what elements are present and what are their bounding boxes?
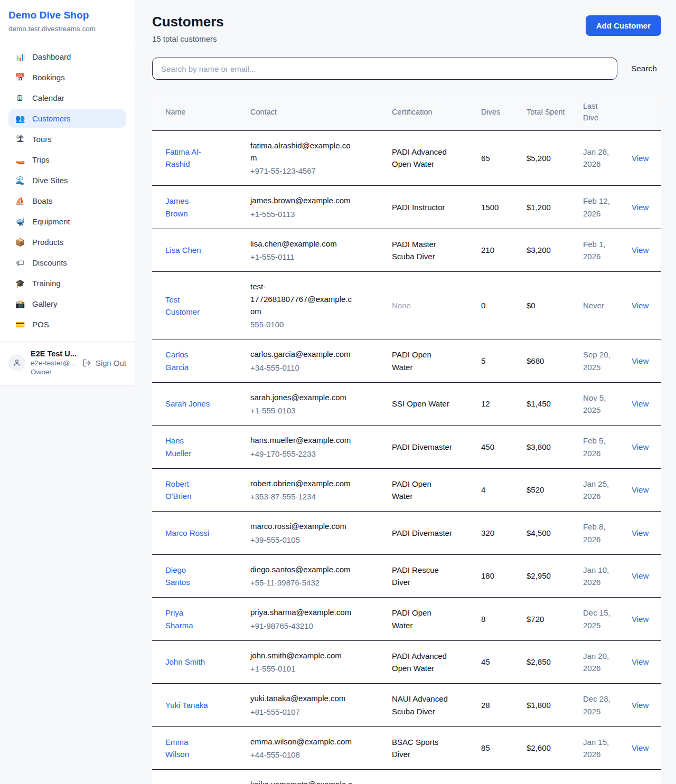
main-content: Customers 15 total customers Add Custome… (135, 0, 676, 784)
view-link[interactable]: View (632, 245, 649, 254)
view-link[interactable]: View (632, 399, 649, 408)
view-link[interactable]: View (632, 301, 649, 310)
table-row: Fatima Al-Rashid fatima.alrashid@example… (152, 130, 661, 186)
customer-email: fatima.alrashid@example.com (250, 139, 356, 164)
avatar (8, 354, 25, 371)
view-link[interactable]: View (632, 442, 649, 451)
customer-name-link[interactable]: James Brown (165, 195, 211, 220)
dive-sites-icon: 🌊 (15, 176, 25, 184)
customer-email: keiko.yamamoto@example.com (250, 778, 356, 784)
customer-total-spent: $2,950 (518, 554, 575, 598)
view-link[interactable]: View (632, 701, 649, 710)
sidebar-item-pos[interactable]: 💳 POS (8, 315, 126, 334)
customer-total-spent: $720 (518, 598, 575, 641)
customers-icon: 👥 (15, 115, 25, 122)
customer-email: james.brown@example.com (250, 194, 356, 206)
sidebar-item-trips[interactable]: 🚤 Trips (8, 150, 126, 169)
customer-email: test-1772681807767@example.com (250, 280, 356, 317)
customer-name-link[interactable]: Hans Mueller (165, 434, 211, 459)
customers-table: NameContactCertificationDivesTotal Spent… (152, 95, 661, 784)
sidebar-item-training[interactable]: 🎓 Training (8, 274, 126, 292)
customers-table-card: NameContactCertificationDivesTotal Spent… (152, 95, 661, 784)
training-icon: 🎓 (15, 279, 25, 287)
customer-name-link[interactable]: Sarah Jones (165, 398, 210, 410)
sidebar-item-dashboard[interactable]: 📊 Dashboard (8, 48, 126, 66)
customer-certification: PADI Open Water (392, 348, 454, 373)
dashboard-icon: 📊 (15, 53, 25, 61)
sidebar-item-products[interactable]: 📦 Products (8, 233, 126, 251)
customer-dives: 28 (473, 684, 518, 727)
customer-dives: 210 (473, 229, 518, 272)
customer-name-link[interactable]: Robert O'Brien (165, 478, 211, 503)
customer-name-link[interactable]: Fatima Al-Rashid (165, 146, 211, 171)
search-input[interactable] (152, 58, 617, 80)
customer-name-link[interactable]: Lisa Chen (165, 244, 201, 256)
page-title: Customers (152, 14, 224, 30)
customer-last-dive: Jan 15, 2026 (583, 736, 615, 761)
products-icon: 📦 (15, 238, 25, 246)
sidebar-item-equipment[interactable]: 🤿 Equipment (8, 212, 126, 231)
customer-name-link[interactable]: Yuki Tanaka (165, 699, 208, 711)
customer-name-link[interactable]: Emma Wilson (165, 736, 211, 761)
customer-name-link[interactable]: Marco Rossi (165, 527, 209, 539)
customer-dives: 65 (473, 130, 518, 186)
customer-dives: 8 (473, 598, 518, 641)
customer-name-link[interactable]: Carlos Garcia (165, 348, 211, 373)
column-header: Dives (473, 95, 518, 130)
add-customer-button[interactable]: Add Customer (586, 15, 661, 36)
customer-dives: 85 (473, 726, 518, 770)
sidebar-item-tours[interactable]: 🏝 Tours (8, 130, 126, 148)
table-row: Yuki Tanaka yuki.tanaka@example.com +81-… (152, 684, 661, 727)
sidebar-item-gallery[interactable]: 📸 Gallery (8, 295, 126, 313)
view-link[interactable]: View (632, 154, 649, 163)
view-link[interactable]: View (632, 615, 649, 624)
customer-certification: PADI Divemaster (392, 527, 452, 539)
tours-icon: 🏝 (15, 135, 25, 143)
sidebar-item-dive-sites[interactable]: 🌊 Dive Sites (8, 171, 126, 190)
customer-name-link[interactable]: Diego Santos (165, 564, 211, 589)
customer-name-link[interactable]: Priya Sharma (165, 607, 211, 631)
search-button[interactable]: Search (631, 64, 661, 73)
bookings-icon: 📅 (15, 73, 25, 81)
customer-last-dive: Dec 28, 2025 (583, 693, 615, 717)
customer-certification: PADI Instructor (392, 201, 445, 213)
table-row: Lisa Chen lisa.chen@example.com +1-555-0… (152, 229, 661, 272)
customer-email: emma.wilson@example.com (250, 735, 356, 748)
view-link[interactable]: View (632, 203, 649, 212)
customer-phone: +1-555-0111 (250, 251, 375, 263)
customer-certification: PADI Advanced Open Water (392, 146, 454, 171)
page-header-text: Customers 15 total customers (152, 14, 224, 43)
customer-last-dive: Jan 25, 2026 (583, 478, 615, 503)
view-link[interactable]: View (632, 356, 649, 365)
view-link[interactable]: View (632, 485, 649, 494)
customer-certification: PADI Open Water (392, 607, 454, 631)
customer-total-spent: $1,800 (518, 684, 575, 727)
customer-email: yuki.tanaka@example.com (250, 692, 356, 704)
sign-out-button[interactable]: Sign Out (82, 358, 126, 367)
user-name: E2E Test U... (31, 350, 77, 358)
customer-name-link[interactable]: Test Customer (165, 294, 211, 318)
view-link[interactable]: View (632, 657, 649, 666)
sidebar-item-bookings[interactable]: 📅 Bookings (8, 68, 126, 87)
sidebar-item-boats[interactable]: ⛵ Boats (8, 192, 126, 210)
customer-phone: +1-555-0101 (250, 663, 375, 675)
table-row: John Smith john.smith@example.com +1-555… (152, 640, 661, 684)
user-section: E2E Test U... e2e-tester@... Owner Sign … (0, 341, 135, 385)
table-row: Test Customer test-1772681807767@example… (152, 272, 661, 339)
customer-dives: 45 (473, 640, 518, 684)
sidebar: Demo Dive Shop demo.test.divestreams.com… (0, 0, 135, 385)
customer-total-spent: $1,200 (518, 186, 575, 229)
customer-certification: PADI Divemaster (392, 441, 452, 453)
table-row: Diego Santos diego.santos@example.com +5… (152, 554, 661, 598)
sidebar-item-customers[interactable]: 👥 Customers (8, 109, 126, 128)
view-link[interactable]: View (632, 571, 649, 580)
view-link[interactable]: View (632, 743, 649, 752)
sidebar-item-calendar[interactable]: 🗓 Calendar (8, 89, 126, 107)
view-link[interactable]: View (632, 528, 649, 537)
customer-count: 15 total customers (152, 34, 224, 43)
sidebar-item-discounts[interactable]: 🏷 Discounts (8, 253, 126, 272)
customer-total-spent: $5,200 (518, 130, 575, 186)
search-bar: Search (152, 58, 661, 80)
customer-name-link[interactable]: John Smith (165, 656, 205, 668)
customer-phone: +55-11-99876-5432 (250, 577, 375, 589)
